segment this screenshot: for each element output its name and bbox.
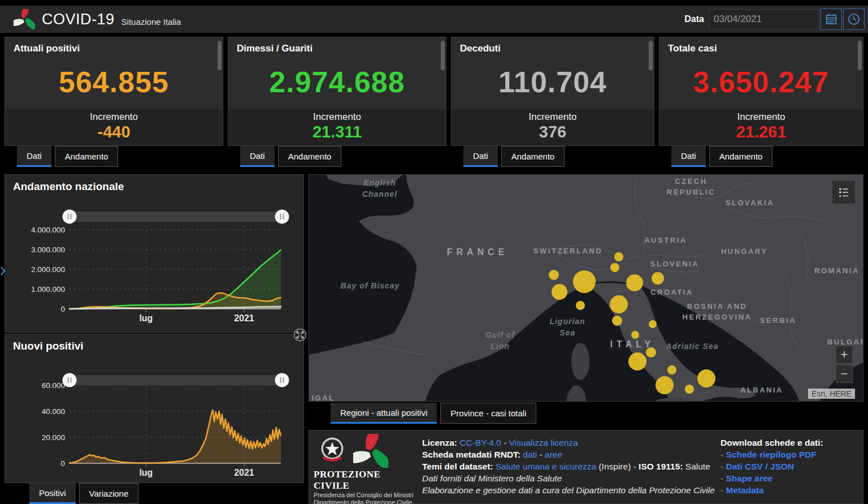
- region-bubble[interactable]: [649, 320, 657, 328]
- tab-andamento[interactable]: Andamento: [278, 146, 342, 167]
- footer-text: -: [501, 438, 509, 447]
- region-bubble[interactable]: [614, 252, 623, 261]
- download-row: - Metadata: [721, 484, 863, 496]
- stat-card: Dimessi / Guariti2.974.688Incremento21.3…: [228, 37, 446, 167]
- slider-handle[interactable]: [63, 373, 77, 387]
- region-bubble[interactable]: [652, 272, 664, 285]
- license-row: Elaborazione e gestione dati a cura del …: [422, 484, 721, 496]
- time-range-track: [70, 212, 282, 222]
- national-trend-chart: 01.000.0002.000.0003.000.0004.000.000lug…: [5, 175, 303, 332]
- license-block: Licenza: CC-BY-4.0 - Visualizza licenzaS…: [415, 430, 721, 503]
- new-positives-tabs: PositiviVariazione: [29, 483, 142, 504]
- region-bubble[interactable]: [628, 352, 646, 371]
- tab-dati[interactable]: Dati: [17, 146, 51, 167]
- y-tick-label: 0: [60, 305, 65, 313]
- tab-dati[interactable]: Dati: [671, 146, 706, 167]
- tab-regioni-attuali-positivi[interactable]: Regioni - attuali positivi: [331, 403, 437, 424]
- card-scrollbar[interactable]: [218, 41, 222, 70]
- region-bubble[interactable]: [685, 385, 694, 394]
- increment-value: 21.261: [659, 123, 863, 141]
- card-tabs: DatiAndamento: [671, 146, 863, 167]
- slider-handle[interactable]: [275, 210, 289, 224]
- card-scrollbar[interactable]: [441, 41, 445, 70]
- protezione-civile-logo-icon: [14, 9, 35, 29]
- license-row: Scheda metadati RNDT: dati - aree: [422, 449, 721, 460]
- tab-positivi[interactable]: Positivi: [29, 483, 76, 504]
- slider-handle[interactable]: [63, 210, 77, 224]
- slider-handle[interactable]: [275, 373, 289, 387]
- region-bubble[interactable]: [549, 270, 559, 280]
- stat-card: Totale casi3.650.247Incremento21.261Dati…: [659, 37, 863, 167]
- region-bubble[interactable]: [610, 295, 628, 313]
- y-tick-label: 3.000.000: [31, 245, 65, 254]
- download-link[interactable]: Metadata: [726, 485, 763, 495]
- zoom-in-button[interactable]: +: [836, 346, 853, 364]
- region-bubble[interactable]: [656, 376, 674, 394]
- license-row: Temi del dataset: Salute umana e sicurez…: [422, 460, 721, 472]
- region-bubble[interactable]: [626, 274, 643, 291]
- region-bubble[interactable]: [646, 347, 656, 357]
- collapse-panel-chevron-icon[interactable]: [0, 265, 6, 277]
- zoom-out-button[interactable]: −: [836, 365, 853, 383]
- tab-andamento[interactable]: Andamento: [501, 146, 565, 167]
- region-bubble[interactable]: [573, 270, 596, 293]
- footer-text: (Inspire) -: [596, 462, 639, 471]
- increment-label: Incremento: [5, 111, 223, 123]
- stat-card-body: Totale casi3.650.247Incremento21.261: [659, 37, 863, 146]
- time-button[interactable]: [843, 8, 865, 30]
- footer-link[interactable]: Visualizza licenza: [509, 438, 578, 447]
- region-bubble[interactable]: [576, 301, 585, 310]
- download-link[interactable]: Shape aree: [726, 473, 772, 483]
- map-panel[interactable]: English ChannelFRANCESWITZERLANDBay of B…: [309, 174, 863, 402]
- tab-dati[interactable]: Dati: [463, 146, 498, 167]
- card-increment: Incremento21.311: [228, 109, 446, 145]
- legend-list-icon: [837, 186, 850, 199]
- panel-title: Andamento nazionale: [13, 180, 124, 193]
- footer-text: Scheda metadati RNDT:: [422, 450, 523, 459]
- y-tick-label: 1.000.000: [31, 285, 65, 294]
- y-tick-label: 0: [60, 459, 65, 468]
- download-row: - Shape aree: [721, 472, 863, 484]
- europe-map: [309, 175, 863, 402]
- region-bubble[interactable]: [610, 263, 619, 272]
- card-scrollbar[interactable]: [649, 41, 653, 70]
- y-tick-label: 4.000.000: [31, 226, 65, 234]
- license-row: Dati forniti dal Ministero della Salute: [422, 472, 721, 484]
- footer-text: -: [537, 450, 545, 459]
- region-bubble[interactable]: [697, 369, 715, 387]
- calendar-button[interactable]: [821, 8, 842, 30]
- x-tick-label: 2021: [234, 313, 254, 323]
- footer-link[interactable]: aree: [545, 450, 562, 459]
- region-bubble[interactable]: [667, 365, 676, 374]
- stat-cards-row: Attuali positivi564.855Incremento-440Dat…: [5, 37, 863, 167]
- download-link[interactable]: Schede riepilogo PDF: [726, 450, 816, 459]
- card-tabs: DatiAndamento: [17, 146, 223, 167]
- tab-dati[interactable]: Dati: [240, 146, 275, 167]
- region-bubble[interactable]: [631, 331, 639, 339]
- x-tick-label: lug: [139, 468, 153, 477]
- region-bubble[interactable]: [612, 316, 622, 326]
- card-title: Attuali positivi: [5, 37, 223, 54]
- date-label: Data: [684, 14, 704, 24]
- legend-button[interactable]: [832, 180, 856, 204]
- license-row: Licenza: CC-BY-4.0 - Visualizza licenza: [422, 437, 721, 449]
- expand-icon[interactable]: [293, 328, 307, 342]
- footer-link[interactable]: CC-BY-4.0: [459, 438, 501, 447]
- card-value: 3.650.247: [659, 54, 863, 109]
- card-value: 564.855: [5, 54, 223, 109]
- footer-link[interactable]: Salute umana e sicurezza: [496, 462, 596, 471]
- region-bubble[interactable]: [552, 284, 567, 300]
- footer-text: Elaborazione e gestione dati a cura del …: [422, 485, 715, 495]
- download-row: - Schede riepilogo PDF: [721, 449, 863, 460]
- time-range-track: [70, 375, 282, 385]
- download-link[interactable]: Dati CSV / JSON: [726, 462, 794, 471]
- tab-andamento[interactable]: Andamento: [55, 146, 119, 167]
- increment-label: Incremento: [452, 111, 654, 123]
- tab-variazione[interactable]: Variazione: [79, 483, 139, 504]
- org-name: PROTEZIONE CIVILE: [314, 469, 415, 492]
- card-scrollbar[interactable]: [858, 41, 862, 70]
- date-input[interactable]: [709, 9, 819, 29]
- tab-andamento[interactable]: Andamento: [709, 146, 773, 167]
- footer-link[interactable]: dati: [523, 450, 537, 459]
- tab-province-casi-totali[interactable]: Province - casi totali: [440, 403, 536, 424]
